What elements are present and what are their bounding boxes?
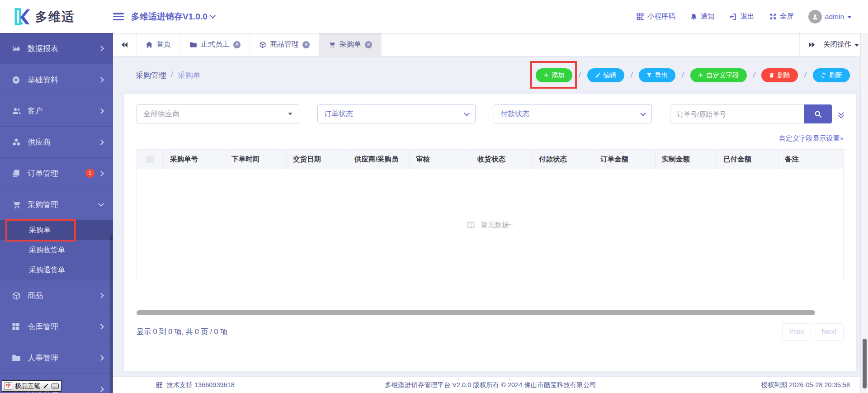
next-page-button[interactable]: Next — [815, 323, 844, 341]
sidebar-item-label: 供应商 — [28, 137, 51, 147]
custom-field-display-link[interactable]: 自定义字段显示设置» — [779, 134, 844, 142]
edit-button[interactable]: 编辑 — [587, 68, 624, 82]
column-header[interactable]: 订单金额 — [594, 150, 655, 169]
column-header[interactable]: 备注 — [778, 150, 843, 169]
miniprogram-label: 小程序码 — [647, 12, 675, 21]
close-icon[interactable]: ✕ — [365, 41, 372, 48]
sidebar-item-data-reports[interactable]: 数据报表 — [0, 33, 113, 64]
breadcrumb: 采购管理 / 采购单 — [136, 70, 201, 80]
chevron-right-icon — [98, 293, 104, 298]
app-title[interactable]: 多维适进销存V1.0.0 — [131, 11, 215, 23]
sidebar-item-customers[interactable]: 客户 — [0, 95, 113, 127]
ime-pen-icon[interactable] — [43, 383, 49, 389]
custom-field-button-label: 自定义字段 — [706, 71, 739, 80]
tab-home[interactable]: 首页 — [137, 33, 180, 56]
ime-keyboard-icon[interactable] — [52, 384, 59, 388]
column-header[interactable]: 实制金额 — [655, 150, 717, 169]
tab-goods[interactable]: 商品管理 ✕ — [250, 33, 319, 56]
orders-icon — [12, 169, 22, 178]
supplier-select[interactable]: 全部供应商 — [137, 104, 299, 123]
tab-employee[interactable]: 正式员工 ✕ — [180, 33, 250, 56]
notifications-label: 通知 — [701, 12, 715, 21]
content-card: 全部供应商 订单状态 付款状态 — [124, 94, 856, 371]
prev-page-button[interactable]: Prev — [782, 323, 811, 341]
sidebar-item-warehouse[interactable]: 仓库管理 — [0, 311, 113, 342]
user-menu[interactable]: admin — [808, 10, 852, 24]
column-header[interactable]: 收货状态 — [471, 150, 532, 169]
tab-label: 采购单 — [340, 40, 361, 49]
chevron-right-icon — [98, 170, 104, 176]
chevron-down-icon — [854, 44, 859, 47]
logout-icon — [729, 13, 737, 21]
export-button[interactable]: 导出 — [639, 68, 675, 82]
tabs-scroll-left-button[interactable] — [113, 33, 137, 56]
sidebar-scrollbar[interactable] — [110, 235, 113, 393]
column-header[interactable]: 下单时间 — [225, 150, 286, 169]
sidebar-item-orders[interactable]: 订单管理 1 — [0, 158, 113, 189]
horizontal-scrollbar-thumb[interactable] — [137, 310, 815, 315]
sidebar-item-label: 商品 — [28, 290, 43, 301]
vertical-scrollbar[interactable] — [860, 33, 868, 393]
notifications-button[interactable]: 通知 — [690, 12, 715, 21]
column-header[interactable]: 采购单号 — [163, 150, 225, 169]
breadcrumb-parent[interactable]: 采购管理 — [136, 70, 166, 80]
fullscreen-button[interactable]: 全屏 — [769, 12, 794, 21]
sidebar-subitem-purchase-order[interactable]: 采购单 — [0, 220, 113, 240]
horizontal-scrollbar — [137, 310, 844, 315]
app-window: 多维适 多维适进销存V1.0.0 小程序码 通知 — [0, 0, 868, 393]
app-title-text: 多维适进销存V1.0.0 — [131, 11, 208, 23]
sidebar-item-goods[interactable]: 商品 — [0, 280, 113, 311]
column-header[interactable]: 审核 — [409, 150, 471, 169]
pay-status-value: 付款状态 — [500, 109, 529, 119]
order-search-input[interactable] — [670, 104, 804, 123]
column-header[interactable]: 供应商/采购员 — [348, 150, 409, 169]
sidebar-subitem-purchase-return[interactable]: 采购退货单 — [0, 260, 113, 280]
sidebar-subitem-purchase-receipt[interactable]: 采购收货单 — [0, 240, 113, 260]
orders-badge: 1 — [85, 169, 94, 178]
column-header[interactable]: 付款状态 — [532, 150, 594, 169]
close-operations-dropdown[interactable]: 关闭操作 — [823, 40, 859, 49]
add-button[interactable]: 添加 — [536, 68, 572, 82]
empty-book-icon — [467, 221, 476, 229]
logout-button[interactable]: 退出 — [729, 12, 755, 21]
search-button[interactable] — [804, 104, 832, 123]
vertical-scrollbar-thumb[interactable] — [863, 339, 867, 388]
column-header[interactable]: 交货日期 — [286, 150, 348, 169]
ime-toolbar[interactable]: 中 极品五笔 — [2, 380, 61, 392]
close-operations-label: 关闭操作 — [823, 40, 851, 49]
subitem-label: 采购收货单 — [29, 246, 65, 255]
refresh-button[interactable]: 刷新 — [813, 68, 850, 82]
sidebar-item-hr[interactable]: 人事管理 — [0, 342, 113, 374]
sidebar-item-suppliers[interactable]: 供应商 — [0, 127, 113, 158]
order-status-select[interactable]: 订单状态 — [317, 104, 476, 123]
gear-icon — [12, 76, 22, 84]
chevron-right-icon — [98, 77, 104, 83]
footer-copyright: 多维适进销存管理平台 V2.0.0 版权所有 © 2024 佛山市酷宝科技有限公… — [385, 381, 596, 389]
main-content: 首页 正式员工 ✕ 商品管理 ✕ 采购单 ✕ — [113, 33, 868, 393]
tab-label: 正式员工 — [201, 40, 230, 49]
select-all-checkbox[interactable] — [146, 156, 154, 163]
miniprogram-qr-button[interactable]: 小程序码 — [636, 12, 675, 21]
tab-label: 商品管理 — [270, 40, 299, 49]
tab-strip: 首页 正式员工 ✕ 商品管理 ✕ 采购单 ✕ — [113, 33, 868, 57]
sidebar-item-label: 采购管理 — [28, 199, 58, 210]
ime-language-icon[interactable]: 中 — [5, 382, 12, 390]
qr-code-icon — [636, 13, 644, 21]
table-body: 暂无数据~ — [137, 169, 843, 281]
sidebar-item-base-data[interactable]: 基础资料 — [0, 64, 113, 95]
sidebar-nav: 数据报表 基础资料 客户 供应商 — [0, 33, 113, 393]
column-header[interactable]: 已付金额 — [717, 150, 778, 169]
double-left-icon — [121, 42, 128, 48]
expand-filters-button[interactable] — [839, 111, 843, 118]
close-icon[interactable]: ✕ — [302, 41, 310, 48]
close-icon[interactable]: ✕ — [233, 41, 241, 48]
menu-toggle-icon[interactable] — [113, 13, 124, 20]
double-right-icon[interactable] — [808, 42, 815, 48]
chart-icon — [12, 44, 22, 52]
custom-field-button[interactable]: 自定义字段 — [690, 68, 747, 82]
tab-purchase-order[interactable]: 采购单 ✕ — [319, 33, 382, 56]
sidebar-item-purchase-mgmt[interactable]: 采购管理 — [0, 189, 113, 220]
delete-button[interactable]: 删除 — [761, 68, 798, 82]
logout-label: 退出 — [741, 12, 755, 21]
pay-status-select[interactable]: 付款状态 — [494, 104, 652, 123]
